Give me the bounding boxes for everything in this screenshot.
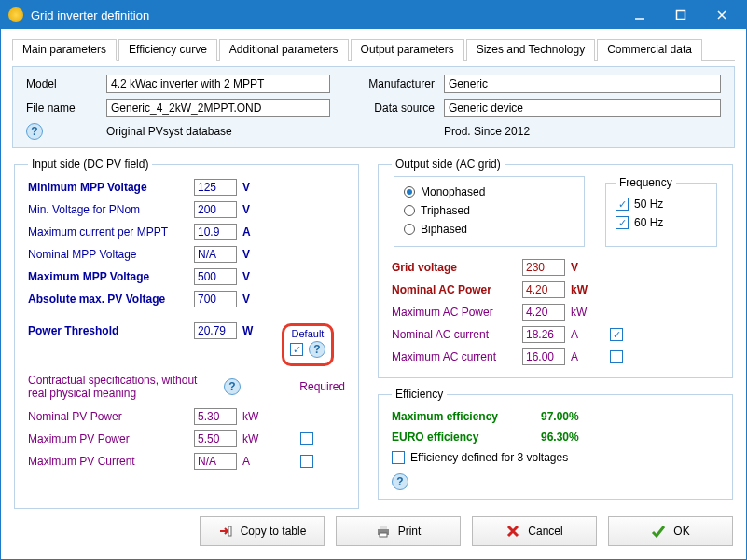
power-threshold-input[interactable]	[194, 322, 237, 339]
unit-a: A	[571, 350, 591, 363]
unit-a: A	[571, 328, 591, 341]
max-i-mppt-input[interactable]	[194, 224, 237, 240]
abs-max-input[interactable]	[194, 291, 237, 307]
max-i-mppt-label: Maximum current per MPPT	[28, 225, 194, 239]
header-panel: Model Manufacturer File name Data source…	[12, 66, 735, 148]
max-eff-label: Maximum efficiency	[392, 410, 541, 423]
manufacturer-label: Manufacturer	[336, 77, 438, 90]
max-pv-i-required-checkbox[interactable]	[300, 455, 313, 468]
nom-mpp-label: Nominal MPP Voltage	[28, 248, 194, 261]
button-bar: Copy to table Print Cancel OK	[12, 509, 735, 553]
tab-additional-parameters[interactable]: Additional parameters	[219, 39, 349, 61]
nom-ac-i-checkbox[interactable]	[610, 328, 623, 341]
max-ac-p-label: Maximum AC Power	[392, 306, 522, 319]
unit-kw: kW	[242, 410, 263, 423]
unit-a: A	[242, 455, 263, 468]
nom-ac-i-input[interactable]	[522, 326, 565, 343]
max-pv-i-label: Maximum PV Current	[28, 455, 194, 468]
cancel-button[interactable]: Cancel	[472, 516, 597, 546]
nom-ac-i-label: Nominal AC current	[392, 328, 522, 341]
unit-v: V	[242, 203, 263, 216]
tab-strip: Main parameters Efficiency curve Additio…	[12, 38, 735, 61]
max-pv-p-input[interactable]	[194, 430, 237, 447]
max-mpp-input[interactable]	[194, 268, 237, 285]
max-ac-i-checkbox[interactable]	[610, 350, 623, 363]
window-title: Grid inverter definition	[31, 8, 619, 22]
help-icon[interactable]: ?	[224, 378, 241, 395]
output-side-group: Output side (AC grid) Monophased Triphas…	[378, 157, 733, 378]
ok-icon	[651, 524, 666, 539]
max-mpp-label: Maximum MPP Voltage	[28, 270, 194, 283]
eff-3v-label: Efficiency defined for 3 voltages	[410, 451, 568, 464]
tab-output-parameters[interactable]: Output parameters	[351, 39, 464, 61]
copy-icon	[218, 524, 233, 539]
file-label: File name	[26, 102, 101, 115]
help-icon[interactable]: ?	[26, 123, 43, 140]
monophased-radio[interactable]	[404, 186, 415, 198]
maximize-button[interactable]	[660, 1, 701, 29]
min-pnom-label: Min. Voltage for PNom	[28, 203, 194, 216]
euro-eff-label: EURO efficiency	[392, 430, 541, 444]
default-label: Default	[292, 328, 325, 339]
max-pv-p-required-checkbox[interactable]	[300, 432, 313, 445]
power-threshold-label: Power Threshold	[28, 324, 194, 337]
nom-ac-p-input[interactable]	[522, 281, 565, 298]
copy-to-table-button[interactable]: Copy to table	[200, 516, 325, 546]
abs-max-label: Absolute max. PV Voltage	[28, 293, 194, 306]
eff-3v-checkbox[interactable]	[392, 451, 405, 464]
max-pv-p-label: Maximum PV Power	[28, 432, 194, 445]
unit-v: V	[242, 181, 263, 194]
print-button[interactable]: Print	[336, 516, 461, 546]
max-ac-p-input[interactable]	[522, 304, 565, 321]
help-icon[interactable]: ?	[392, 473, 408, 490]
tab-sizes-technology[interactable]: Sizes and Technology	[466, 39, 596, 61]
min-mpp-input[interactable]	[194, 179, 237, 196]
required-label: Required	[250, 380, 345, 393]
tab-main-parameters[interactable]: Main parameters	[12, 39, 117, 61]
triphased-radio[interactable]	[404, 205, 415, 216]
unit-kw: kW	[571, 306, 591, 319]
model-input[interactable]	[106, 75, 330, 93]
grid-voltage-input[interactable]	[522, 259, 565, 276]
file-input[interactable]	[106, 99, 330, 117]
freq-60-checkbox[interactable]	[616, 216, 629, 229]
unit-v: V	[242, 270, 263, 283]
close-button[interactable]	[701, 1, 742, 29]
original-db-label: Original PVsyst database	[106, 125, 330, 138]
grid-voltage-label: Grid voltage	[392, 261, 522, 274]
unit-v: V	[242, 293, 263, 306]
triphased-label: Triphased	[421, 204, 470, 217]
tab-efficiency-curve[interactable]: Efficiency curve	[118, 39, 217, 61]
minimize-button[interactable]	[619, 1, 660, 29]
print-icon	[376, 524, 391, 539]
data-source-input[interactable]	[444, 99, 721, 117]
biphased-radio[interactable]	[404, 224, 415, 235]
model-label: Model	[26, 77, 101, 90]
max-ac-i-input[interactable]	[522, 348, 565, 365]
svg-rect-4	[380, 533, 387, 537]
monophased-label: Monophased	[421, 185, 485, 198]
unit-kw: kW	[242, 432, 263, 445]
help-icon[interactable]: ?	[309, 341, 325, 358]
freq-50-checkbox[interactable]	[616, 198, 629, 211]
data-source-label: Data source	[336, 102, 438, 115]
max-pv-i-input[interactable]	[194, 453, 237, 470]
unit-w: W	[242, 324, 263, 337]
min-pnom-input[interactable]	[194, 201, 237, 218]
efficiency-legend: Efficiency	[392, 388, 447, 401]
cancel-icon	[505, 524, 520, 539]
input-side-legend: Input side (DC PV field)	[28, 157, 152, 171]
input-side-group: Input side (DC PV field) Minimum MPP Vol…	[14, 157, 359, 509]
contractual-label: Contractual specifications, without real…	[28, 374, 214, 400]
prod-since-label: Prod. Since 2012	[444, 125, 721, 138]
default-box: Default ?	[282, 323, 334, 366]
min-mpp-label: Minimum MPP Voltage	[28, 181, 194, 194]
svg-rect-3	[380, 526, 387, 529]
default-checkbox[interactable]	[290, 343, 303, 356]
nom-pv-p-input[interactable]	[194, 408, 237, 425]
freq-50-label: 50 Hz	[634, 198, 663, 211]
manufacturer-input[interactable]	[444, 75, 721, 93]
tab-commercial-data[interactable]: Commercial data	[597, 39, 702, 61]
ok-button[interactable]: OK	[608, 516, 733, 546]
nom-mpp-input[interactable]	[194, 246, 237, 263]
